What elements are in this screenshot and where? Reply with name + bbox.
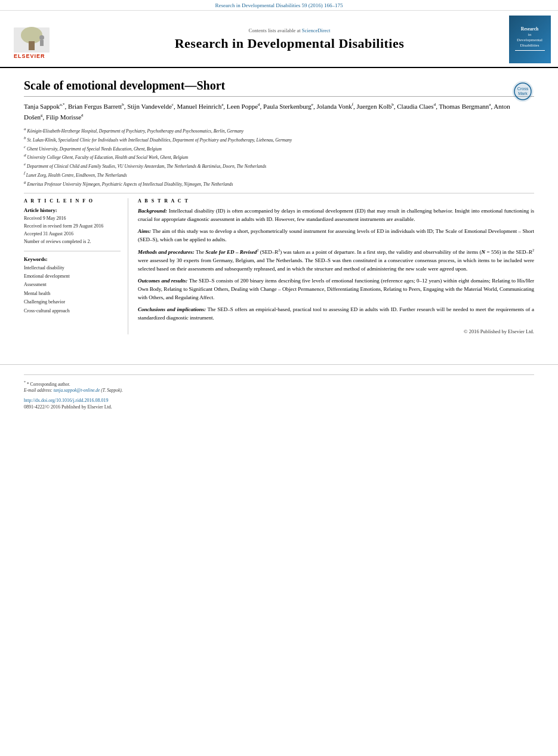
history-divider [24,251,121,251]
sciencedirect-anchor[interactable]: ScienceDirect [302,27,331,33]
abstract-background: Background: Intellectual disability (ID)… [138,207,534,224]
affiliations: a Königin-Elisabeth-Herzberge Hospital, … [24,126,534,187]
affiliation-a: a Königin-Elisabeth-Herzberge Hospital, … [24,126,534,134]
journal-reference: Research in Developmental Disabilities 5… [0,0,558,11]
journal-badge: Research in Developmental Disabilities [509,16,551,63]
abstract-conclusions: Conclusions and implications: The SED–S … [138,306,534,322]
keyword-6: Cross-cultural approach [24,307,121,315]
article-body: A R T I C L E I N F O Article history: R… [24,198,534,334]
publisher-logo: ELSEVIER [6,16,72,63]
received-date: Received 9 May 2016 [24,215,121,223]
email-link[interactable]: tanja.sappok@t-online.de [54,388,100,393]
svg-point-3 [39,35,44,40]
abstract-methods: Methods and procedures: The Scale for ED… [138,248,534,273]
sciencedirect-link: Contents lists available at ScienceDirec… [249,27,331,33]
abstract-aims: Aims: The aim of this study was to devel… [138,228,534,244]
article-info-col: A R T I C L E I N F O Article history: R… [24,198,128,334]
journal-header: ELSEVIER Contents lists available at Sci… [0,11,558,68]
journal-title-area: Contents lists available at ScienceDirec… [78,16,501,63]
article-title: Scale of emotional development—Short [24,79,534,97]
affiliation-f: f Lunet Zorg, Health Centre, Eindhoven, … [24,170,534,179]
doi-link: http://dx.doi.org/10.1016/j.ridd.2016.08… [24,398,534,403]
email-label: E-mail address: [24,388,54,393]
crossmark-badge: Cross Mark [511,80,534,104]
journal-ref-text: Research in Developmental Disabilities 5… [215,2,343,8]
article-info-heading: A R T I C L E I N F O [24,198,121,204]
footnote-divider [24,374,534,375]
svg-rect-2 [29,41,35,50]
affiliation-e: e Department of Clinical Child and Famil… [24,161,534,170]
copyright-text: © 2016 Published by Elsevier Ltd. [138,328,534,334]
svg-text:Cross: Cross [517,87,529,91]
accepted-date: Accepted 31 August 2016 [24,231,121,238]
main-content: Cross Mark Scale of emotional developmen… [0,68,558,340]
corresponding-author-note: * * Corresponding author. E-mail address… [24,380,534,394]
authors-line: Tanja Sappoka,*, Brian Fergus Barrettb, … [24,102,534,122]
keyword-4: Mental health [24,290,121,298]
svg-text:Mark: Mark [518,91,528,96]
abstract-outcomes: Outcomes and results: The SED–S consists… [138,277,534,302]
svg-point-1 [21,27,42,44]
affiliation-d: d University College Ghent, Faculty of E… [24,152,534,161]
svg-text:ELSEVIER: ELSEVIER [14,53,45,59]
journal-badge-area: Research in Developmental Disabilities [507,16,552,63]
section-divider [24,193,534,193]
history-heading: Article history: [24,207,121,213]
article-history: Article history: Received 9 May 2016 Rec… [24,207,121,245]
keyword-3: Assessment [24,281,121,289]
abstract-col: A B S T R A C T Background: Intellectual… [138,198,534,334]
svg-rect-4 [40,40,44,46]
keyword-5: Challenging behavior [24,298,121,306]
footnote-section: * * Corresponding author. E-mail address… [0,364,558,414]
abstract-heading: A B S T R A C T [138,198,534,204]
doi-anchor[interactable]: http://dx.doi.org/10.1016/j.ridd.2016.08… [24,398,108,403]
issn-text: 0891-4222/© 2016 Published by Elsevier L… [24,404,534,410]
keywords: Keywords: Intellectual disability Emotio… [24,256,121,315]
affiliation-b: b St. Lukas-Klinik, Specialized Clinic f… [24,135,534,143]
journal-main-title: Research in Developmental Disabilities [175,36,405,51]
keyword-1: Intellectual disability [24,264,121,272]
revised-date: Received in revised form 29 August 2016 [24,223,121,231]
keywords-heading: Keywords: [24,256,121,262]
affiliation-c: c Ghent University, Department of Specia… [24,144,534,152]
keyword-2: Emotional development [24,272,121,281]
affiliation-g: g Emeritus Professor University Nijmegen… [24,179,534,188]
reviews-count: Number of reviews completed is 2. [24,238,121,246]
